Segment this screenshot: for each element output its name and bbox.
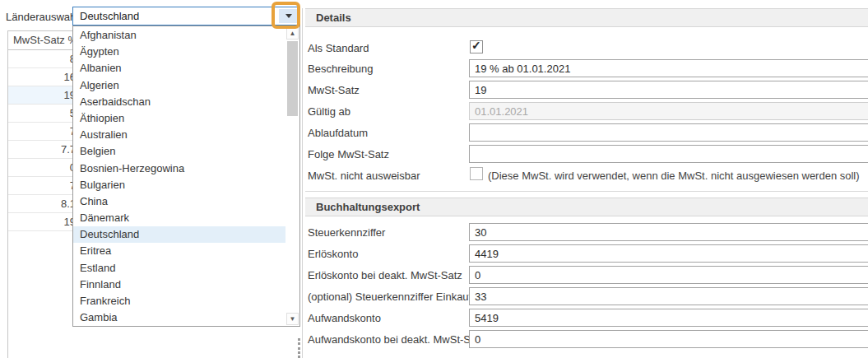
erloeskonto-deakt-field[interactable]: [469, 266, 868, 284]
dropdown-item-selected[interactable]: Deutschland: [73, 226, 285, 243]
beschreibung-field[interactable]: [469, 59, 868, 77]
dropdown-item[interactable]: Äthiopien: [73, 110, 285, 127]
nicht-ausweisbar-checkbox[interactable]: [470, 167, 483, 180]
checkmark-icon: ✓: [471, 39, 481, 52]
scroll-up-icon: ▲: [290, 30, 296, 37]
table-row[interactable]: 0: [8, 159, 76, 177]
nicht-ausweisbar-note: (Diese MwSt. wird verwendet, wenn die Mw…: [488, 170, 860, 182]
buchhaltungsexport-section-header: Buchhaltungsexport: [305, 198, 868, 216]
dropdown-item[interactable]: Frankreich: [73, 293, 285, 309]
steuerkennziffer-field[interactable]: [469, 223, 868, 241]
mwst-satz-field[interactable]: [469, 81, 868, 99]
vat-settings-window: Länderauswahl Deutschland MwSt-Satz % 8 …: [0, 0, 868, 358]
country-dropdown-list: Afghanistan Ägypten Albanien Algerien As…: [72, 26, 300, 327]
steuerkennziffer-einkauf-field[interactable]: [469, 287, 868, 305]
scroll-down-icon: ▼: [290, 315, 296, 323]
dropdown-item[interactable]: Aserbaidschan: [73, 94, 285, 110]
scrollbar-thumb[interactable]: [287, 41, 298, 116]
aufwandskonto-deakt-label: Aufwandskonto bei deakt. MwSt-Satz: [308, 333, 485, 346]
steuerkennziffer-einkauf-label: (optional) Steuerkennziffer Einkauf: [308, 291, 471, 303]
aufwandskonto-label: Aufwandskonto: [308, 312, 381, 324]
dropdown-item[interactable]: Dänemark: [73, 210, 285, 226]
beschreibung-label: Beschreibung: [308, 63, 374, 75]
folge-mwst-satz-label: Folge MwSt-Satz: [308, 148, 389, 160]
details-section-header: Details: [305, 8, 868, 27]
gueltig-ab-label: Gültig ab: [308, 105, 350, 118]
aufwandskonto-field[interactable]: [469, 309, 868, 327]
rate-table: MwSt-Satz % 8 16 19 5 7 7.7 0 7 8.1 19: [8, 30, 76, 231]
dropdown-item[interactable]: Gambia: [73, 309, 285, 326]
section-separator: [305, 191, 868, 192]
nicht-ausweisbar-label: MwSt. nicht ausweisbar: [308, 170, 420, 182]
rate-table-header[interactable]: MwSt-Satz %: [8, 30, 76, 50]
erloeskonto-deakt-label: Erlöskonto bei deakt. MwSt-Satz: [308, 269, 462, 281]
dropdown-item[interactable]: Finnland: [73, 277, 285, 293]
splitter-grip-icon[interactable]: [297, 338, 301, 358]
country-combobox[interactable]: Deutschland: [72, 7, 300, 26]
table-row[interactable]: 7: [8, 123, 76, 141]
dropdown-scrollbar[interactable]: ▲ ▼: [285, 26, 299, 326]
scrollbar-down-button[interactable]: ▼: [286, 313, 299, 325]
country-dropdown-items: Afghanistan Ägypten Albanien Algerien As…: [73, 27, 285, 326]
als-standard-label: Als Standard: [308, 42, 369, 54]
dropdown-item[interactable]: Bosnien-Herzegowina: [73, 160, 285, 177]
dropdown-item[interactable]: Estland: [73, 260, 285, 277]
dropdown-item[interactable]: Eritrea: [73, 243, 285, 259]
als-standard-checkbox[interactable]: ✓: [470, 40, 483, 53]
dropdown-item[interactable]: Ägypten: [73, 44, 285, 60]
dropdown-arrow-icon: [285, 14, 292, 18]
gueltig-ab-field: [469, 102, 868, 120]
erloeskonto-field[interactable]: [469, 244, 868, 263]
table-row[interactable]: 7: [8, 177, 76, 195]
table-row[interactable]: 8: [8, 50, 76, 68]
erloeskonto-label: Erlöskonto: [308, 248, 358, 260]
dropdown-item[interactable]: Australien: [73, 127, 285, 143]
aufwandskonto-deakt-field[interactable]: [469, 330, 868, 348]
scrollbar-up-button[interactable]: ▲: [286, 27, 299, 40]
table-row[interactable]: 16: [8, 68, 76, 86]
folge-mwst-satz-field[interactable]: [469, 145, 868, 163]
country-selector-label: Länderauswahl: [6, 11, 78, 23]
dropdown-item[interactable]: Afghanistan: [73, 27, 285, 44]
panel-splitter[interactable]: [302, 8, 303, 358]
dropdown-item[interactable]: China: [73, 193, 285, 210]
dropdown-item[interactable]: Belgien: [73, 143, 285, 160]
table-row-selected[interactable]: 19: [8, 86, 76, 105]
country-combobox-value: Deutschland: [80, 10, 139, 22]
table-row[interactable]: 19: [8, 213, 76, 231]
steuerkennziffer-label: Steuerkennziffer: [308, 226, 385, 239]
country-combobox-dropdown-button[interactable]: [279, 9, 298, 23]
ablaufdatum-field[interactable]: [469, 123, 868, 142]
mwst-satz-label: MwSt-Satz: [308, 84, 360, 96]
table-row[interactable]: 7.7: [8, 141, 76, 159]
table-row[interactable]: 5: [8, 105, 76, 123]
ablaufdatum-label: Ablaufdatum: [308, 127, 368, 139]
dropdown-item[interactable]: Albanien: [73, 60, 285, 77]
dropdown-item[interactable]: Algerien: [73, 77, 285, 94]
dropdown-item[interactable]: Bulgarien: [73, 177, 285, 193]
table-row[interactable]: 8.1: [8, 195, 76, 213]
